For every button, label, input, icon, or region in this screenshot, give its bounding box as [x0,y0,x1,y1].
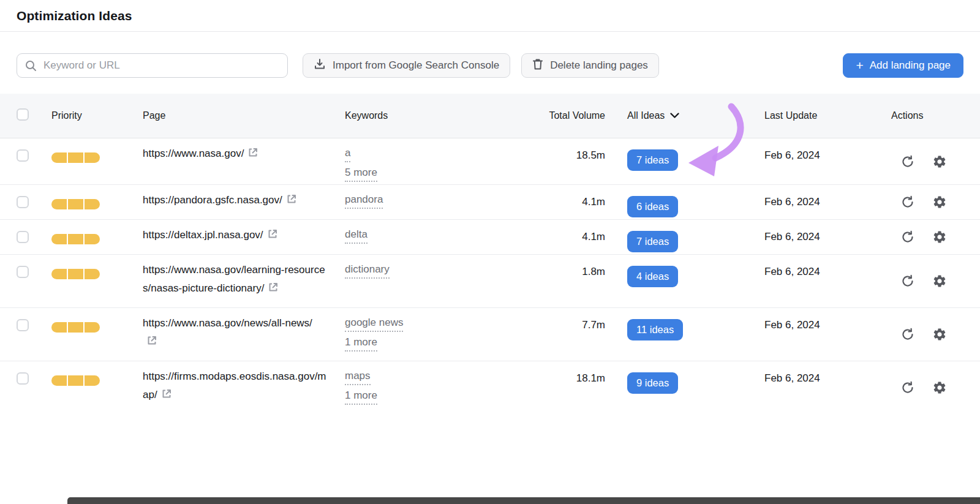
keyword-link[interactable]: dictionary [345,261,390,279]
row-checkbox[interactable] [17,319,29,331]
refresh-icon[interactable] [900,380,915,395]
settings-gear-icon[interactable] [932,230,947,244]
header-priority: Priority [51,110,143,121]
chevron-down-icon [670,110,679,121]
page-url-text: https://www.nasa.gov/learning-resources/… [143,264,325,294]
keywords-cell: pandora [345,185,484,219]
page-url-link[interactable]: https://www.nasa.gov/news/all-news/ [143,317,312,347]
priority-indicator [51,322,100,333]
delete-landing-pages-button[interactable]: Delete landing pages [521,53,659,78]
header-total-volume: Total Volume [484,110,605,121]
keyword-link[interactable]: pandora [345,192,383,209]
refresh-icon[interactable] [900,154,915,169]
refresh-icon[interactable] [900,274,915,288]
external-link-icon [161,387,172,405]
page-url-link[interactable]: https://www.nasa.gov/ [143,148,258,159]
toolbar: Import from Google Search Console Delete… [17,53,963,78]
last-update: Feb 6, 2024 [750,255,876,307]
ideas-filter-dropdown[interactable]: All Ideas [605,110,750,121]
search-input[interactable] [17,53,288,78]
total-volume: 4.1m [484,220,605,254]
keywords-cell: maps1 more [345,361,484,414]
ideas-button[interactable]: 7 ideas [627,149,678,171]
external-link-icon [286,192,297,211]
total-volume: 4.1m [484,185,605,219]
last-update: Feb 6, 2024 [750,138,876,184]
page-url-link[interactable]: https://firms.modaps.eosdis.nasa.gov/map… [143,370,326,401]
keyword-link[interactable]: 1 more [345,334,377,352]
page-url-link[interactable]: https://deltax.jpl.nasa.gov/ [143,229,278,241]
last-update: Feb 6, 2024 [750,361,876,414]
delete-landing-pages-label: Delete landing pages [550,59,648,72]
ideas-button[interactable]: 11 ideas [627,319,683,340]
settings-gear-icon[interactable] [932,274,947,288]
total-volume: 1.8m [484,255,605,307]
priority-indicator [51,269,100,279]
page-url-link[interactable]: https://www.nasa.gov/learning-resources/… [143,264,325,294]
total-volume: 7.7m [484,308,605,361]
ideas-button[interactable]: 9 ideas [627,372,678,394]
keyword-link[interactable]: 1 more [345,388,377,405]
page-url-text: https://www.nasa.gov/news/all-news/ [143,317,312,329]
trash-icon [532,58,543,73]
ideas-button[interactable]: 7 ideas [627,231,678,252]
settings-gear-icon[interactable] [932,154,947,169]
row-checkbox[interactable] [17,372,29,385]
header-actions: Actions [876,110,980,121]
settings-gear-icon[interactable] [932,327,947,342]
keyword-link[interactable]: google news [345,315,403,332]
optimization-ideas-page: Optimization Ideas Import from Google Se… [0,0,980,504]
download-icon [314,58,326,73]
row-checkbox[interactable] [17,231,29,243]
import-gsc-button[interactable]: Import from Google Search Console [303,53,510,78]
row-checkbox[interactable] [17,266,29,278]
keywords-cell: a5 more [345,138,484,184]
header-keywords: Keywords [345,110,484,121]
external-link-icon [146,334,157,352]
priority-indicator [51,234,100,244]
refresh-icon[interactable] [900,230,915,244]
select-all-checkbox[interactable] [17,108,29,121]
settings-gear-icon[interactable] [932,380,947,395]
keywords-cell: dictionary [345,255,484,307]
refresh-icon[interactable] [900,327,915,342]
table-row: https://www.nasa.gov/learning-resources/… [0,255,980,308]
page-url-link[interactable]: https://pandora.gsfc.nasa.gov/ [143,194,297,206]
table-body: https://www.nasa.gov/ a5 more 18.5m 7 id… [0,138,980,414]
table-row: https://www.nasa.gov/ a5 more 18.5m 7 id… [0,138,980,185]
ideas-filter-label: All Ideas [627,110,665,121]
total-volume: 18.1m [484,361,605,414]
priority-indicator [51,199,100,209]
table-row: https://firms.modaps.eosdis.nasa.gov/map… [0,361,980,414]
total-volume: 18.5m [484,138,605,184]
table-row: https://deltax.jpl.nasa.gov/ delta 4.1m … [0,220,980,255]
keywords-cell: google news1 more [345,308,484,361]
search-icon [25,60,37,74]
last-update: Feb 6, 2024 [750,308,876,361]
external-link-icon [247,146,258,164]
import-gsc-label: Import from Google Search Console [333,59,499,72]
header-last-update: Last Update [750,110,876,121]
header-page: Page [143,110,345,121]
titlebar: Optimization Ideas [0,0,980,32]
priority-indicator [51,152,100,163]
keyword-link[interactable]: a [345,145,350,162]
keyword-link[interactable]: 5 more [345,165,377,182]
page-url-text: https://pandora.gsfc.nasa.gov/ [143,194,282,206]
plus-icon: + [856,59,863,72]
refresh-icon[interactable] [900,195,915,209]
table-row: https://www.nasa.gov/news/all-news/ goog… [0,308,980,361]
row-checkbox[interactable] [17,149,29,162]
row-checkbox[interactable] [17,196,29,208]
ideas-button[interactable]: 6 ideas [627,196,678,217]
ideas-button[interactable]: 4 ideas [627,266,678,287]
table-row: https://pandora.gsfc.nasa.gov/ pandora 4… [0,185,980,220]
add-landing-page-button[interactable]: + Add landing page [843,53,963,78]
page-url-text: https://deltax.jpl.nasa.gov/ [143,229,263,241]
keyword-link[interactable]: delta [345,227,368,244]
priority-indicator [51,375,100,386]
external-link-icon [268,280,279,299]
last-update: Feb 6, 2024 [750,220,876,254]
settings-gear-icon[interactable] [932,195,947,209]
keyword-link[interactable]: maps [345,368,371,385]
